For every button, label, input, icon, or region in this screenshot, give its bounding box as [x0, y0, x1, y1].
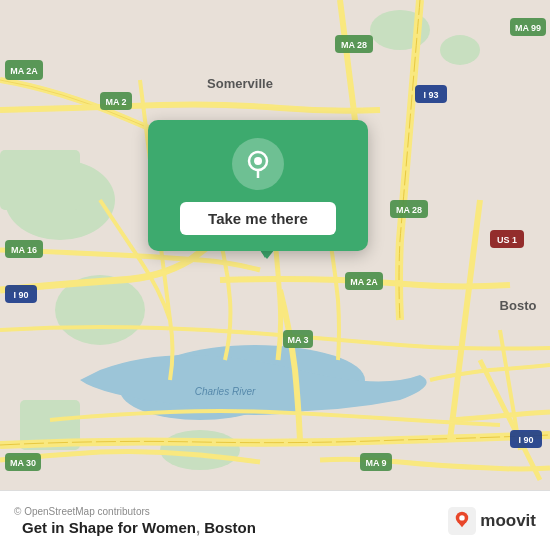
take-me-there-button[interactable]: Take me there [180, 202, 336, 235]
svg-point-5 [440, 35, 480, 65]
svg-point-43 [254, 157, 262, 165]
svg-text:Somerville: Somerville [207, 76, 273, 91]
location-pin-icon [242, 148, 274, 180]
card-overlay: Take me there [148, 120, 368, 251]
svg-text:I 90: I 90 [518, 435, 533, 445]
svg-text:MA 3: MA 3 [287, 335, 308, 345]
place-name: Get in Shape for Women, Boston [22, 519, 448, 536]
map-container: MA 2A MA 2 MA 28 MA 99 I 93 MA 16 MA 28 … [0, 0, 550, 490]
svg-text:I 90: I 90 [13, 290, 28, 300]
bottom-bar: © OpenStreetMap contributors Get in Shap… [0, 490, 550, 550]
svg-text:MA 28: MA 28 [396, 205, 422, 215]
moovit-text: moovit [480, 511, 536, 531]
svg-text:MA 2A: MA 2A [350, 277, 378, 287]
moovit-logo: moovit [448, 507, 536, 535]
svg-text:I 93: I 93 [423, 90, 438, 100]
location-icon-wrap [232, 138, 284, 190]
svg-text:US 1: US 1 [497, 235, 517, 245]
svg-text:MA 99: MA 99 [515, 23, 541, 33]
moovit-logo-icon [448, 507, 476, 535]
svg-rect-3 [0, 150, 80, 210]
svg-text:Bosto: Bosto [500, 298, 537, 313]
svg-text:MA 2A: MA 2A [10, 66, 38, 76]
svg-point-48 [460, 515, 465, 520]
svg-text:MA 9: MA 9 [365, 458, 386, 468]
svg-text:MA 28: MA 28 [341, 40, 367, 50]
svg-text:MA 2: MA 2 [105, 97, 126, 107]
svg-text:MA 16: MA 16 [11, 245, 37, 255]
svg-text:MA 30: MA 30 [10, 458, 36, 468]
svg-text:Charles River: Charles River [195, 386, 256, 397]
attribution-text: © OpenStreetMap contributors [14, 506, 448, 517]
svg-point-7 [160, 430, 240, 470]
